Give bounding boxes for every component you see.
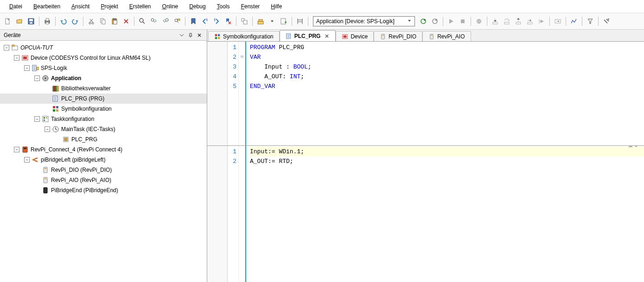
fold-gutter[interactable] (239, 146, 246, 282)
collapse-icon[interactable]: − (34, 116, 40, 122)
new-pou-button[interactable] (279, 16, 289, 26)
collapse-icon[interactable]: − (14, 55, 19, 61)
tree-item[interactable]: −MainTask (IEC-Tasks) (0, 124, 207, 134)
replace-button[interactable] (172, 16, 182, 26)
login-button[interactable] (418, 16, 428, 26)
breakpoint-gutter[interactable] (207, 42, 228, 145)
tab-device[interactable]: Device (336, 31, 374, 41)
svg-rect-21 (258, 21, 263, 24)
trace-button[interactable] (569, 16, 579, 26)
tree-label: Bibliotheksverwalter (61, 85, 111, 92)
collapse-icon[interactable]: − (24, 65, 30, 71)
tree-item[interactable]: PLC_PRG (0, 134, 207, 144)
svg-rect-53 (44, 117, 45, 119)
body-pane[interactable]: 12 Input:= WDin.1;A_OUT:= RTD; (207, 146, 644, 282)
bookmark-clear-button[interactable] (223, 16, 233, 26)
new-file-button[interactable] (3, 16, 13, 26)
tree-item[interactable]: −Application (0, 73, 207, 83)
menu-ansicht[interactable]: Ansicht (66, 1, 95, 12)
tree-item[interactable]: RevPi_DIO (RevPi_DIO) (0, 165, 207, 175)
fold-gutter[interactable]: ⊟ (239, 42, 246, 145)
menu-projekt[interactable]: Projekt (95, 1, 123, 12)
tab-revpi-dio[interactable]: RevPi_DIO (374, 31, 422, 41)
menu-tools[interactable]: Tools (211, 1, 236, 12)
tree-item[interactable]: Symbolkonfiguration (0, 104, 207, 114)
toggle-write-mode-button[interactable] (553, 16, 563, 26)
logout-button[interactable] (430, 16, 440, 26)
step-into-button[interactable] (490, 16, 500, 26)
svg-rect-37 (12, 45, 14, 46)
menu-erstellen[interactable]: Erstellen (124, 1, 157, 12)
tree-item[interactable]: PiBridgeEnd (PiBridgeEnd) (0, 185, 207, 195)
settings-button[interactable] (601, 16, 612, 26)
svg-point-25 (424, 19, 426, 21)
find-button[interactable] (137, 16, 147, 26)
menu-online[interactable]: Online (157, 1, 184, 12)
find-prev-button[interactable] (160, 16, 171, 26)
svg-rect-18 (178, 19, 180, 20)
tree-item[interactable]: −Taskkonfiguration (0, 114, 207, 124)
start-button[interactable] (446, 16, 456, 26)
collapse-icon[interactable]: − (24, 157, 30, 163)
run-to-cursor-button[interactable] (525, 16, 535, 26)
execute-step-button[interactable] (536, 16, 547, 26)
declaration-pane[interactable]: 12345 ⊟ PROGRAM PLC_PRGVAR Input : BOOL;… (207, 42, 644, 146)
breakpoint-button[interactable] (474, 16, 484, 26)
cut-button[interactable] (86, 16, 96, 26)
declaration-code[interactable]: PROGRAM PLC_PRGVAR Input : BOOL; A_OUT: … (246, 42, 644, 145)
sidebar-dropdown-icon[interactable] (178, 31, 185, 39)
copy-button[interactable] (98, 16, 108, 26)
tab-plc-prg[interactable]: PLC_PRG (280, 30, 336, 41)
menu-fenster[interactable]: Fenster (236, 1, 266, 12)
sidebar-close-icon[interactable] (196, 31, 203, 39)
tree-item[interactable]: PLC_PRG (PRG) (0, 94, 207, 104)
menu-datei[interactable]: Datei (4, 1, 28, 12)
menu-debug[interactable]: Debug (184, 1, 211, 12)
bookmark-prev-button[interactable] (200, 16, 210, 26)
tree-item[interactable]: Bibliotheksverwalter (0, 83, 207, 94)
stop-button[interactable] (458, 16, 468, 26)
collapse-icon[interactable]: − (14, 147, 19, 152)
undo-button[interactable] (58, 16, 69, 26)
paste-button[interactable] (109, 16, 120, 26)
tree-item[interactable]: RevPi_AIO (RevPi_AIO) (0, 175, 207, 185)
open-button[interactable] (14, 16, 25, 26)
build-button[interactable] (255, 16, 266, 26)
print-button[interactable] (42, 16, 52, 26)
bookmark-button[interactable] (188, 16, 198, 26)
collapse-icon[interactable]: − (34, 75, 40, 81)
breakpoint-gutter[interactable] (207, 146, 228, 282)
tree-item[interactable]: −RevPi_Connect_4 (RevPi Connect 4) (0, 144, 207, 155)
menu-bearbeiten[interactable]: Bearbeiten (28, 1, 66, 12)
tree-item[interactable]: −SPS-Logik (0, 63, 207, 73)
redo-button[interactable] (70, 16, 80, 26)
step-out-button[interactable] (513, 16, 523, 26)
body-code[interactable]: Input:= WDin.1;A_OUT:= RTD; (246, 146, 644, 282)
tree-item[interactable]: −Device (CODESYS Control for Linux ARM64… (0, 53, 207, 63)
save-button[interactable] (26, 16, 36, 26)
step-over-button[interactable] (502, 16, 512, 26)
application-selector[interactable]: Application [Device: SPS-Logik] (313, 16, 415, 26)
find-next-button[interactable] (149, 16, 159, 26)
device-tree[interactable]: −OPCUA-TUT−Device (CODESYS Control for L… (0, 41, 207, 282)
collapse-icon[interactable]: − (4, 45, 9, 50)
menu-hilfe[interactable]: Hilfe (265, 1, 287, 12)
delete-button[interactable] (121, 16, 131, 26)
svg-point-14 (140, 19, 143, 22)
tree-item[interactable]: −piBridgeLeft (piBridgeLeft) (0, 155, 207, 165)
bookmark-next-button[interactable] (211, 16, 222, 26)
close-icon[interactable] (324, 33, 330, 39)
tab-symbolkonfiguration[interactable]: Symbolkonfiguration (208, 31, 280, 41)
splitter-icon[interactable] (626, 146, 640, 148)
copy-structure-button[interactable] (239, 16, 249, 26)
sidebar-pin-icon[interactable] (187, 31, 194, 39)
separator (582, 17, 582, 26)
tab-revpi-aio[interactable]: RevPi_AIO (422, 31, 471, 41)
revpi-icon (21, 146, 29, 153)
build-dropdown[interactable] (267, 16, 277, 26)
tree-item[interactable]: −OPCUA-TUT (0, 43, 207, 53)
filter-button[interactable] (585, 16, 595, 26)
svg-rect-74 (382, 35, 384, 36)
ladder-button[interactable] (295, 16, 305, 26)
collapse-icon[interactable]: − (45, 126, 50, 132)
